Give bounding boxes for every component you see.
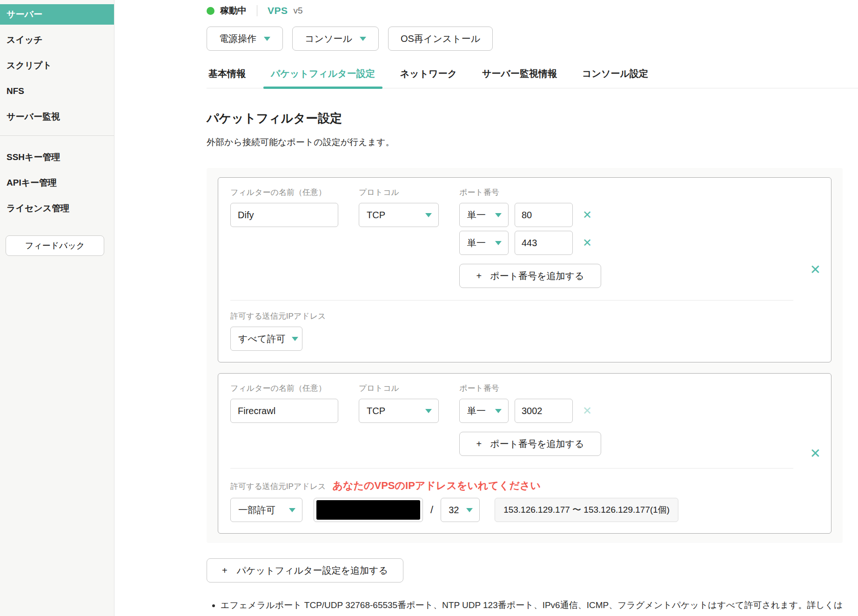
main-content: 稼動中 VPS v5 電源操作 コンソール OS再インストール 基本情報 パケッ… [114, 0, 858, 616]
chevron-down-icon [292, 337, 298, 341]
sidebar-item-ssh-keys[interactable]: SSHキー管理 [0, 147, 114, 167]
protocol-label: プロトコル [359, 383, 439, 394]
cidr-slash: / [430, 504, 433, 516]
chevron-down-icon [466, 508, 473, 512]
source-ip-label: 許可する送信元IPアドレス [230, 481, 326, 492]
card-divider [230, 468, 793, 469]
port-row: 単一 ✕ [459, 203, 819, 227]
tab-server-monitoring-info[interactable]: サーバー監視情報 [480, 67, 559, 88]
status-separator [257, 5, 257, 16]
sidebar-item-script[interactable]: スクリプト [0, 55, 114, 76]
remove-port-icon[interactable]: ✕ [583, 209, 592, 221]
source-ip-input[interactable] [314, 498, 423, 522]
note-list: エフェメラルポート TCP/UDP 32768-65535番ポート、NTP UD… [221, 596, 844, 616]
sidebar-item-server-monitoring[interactable]: サーバー監視 [0, 107, 114, 127]
status-running-icon [207, 7, 214, 15]
status-label: 稼動中 [220, 5, 247, 17]
plus-icon: + [476, 271, 482, 281]
chevron-down-icon [425, 213, 432, 217]
filter-name-label: フィルターの名前（任意） [230, 187, 338, 198]
chevron-down-icon [360, 37, 366, 41]
filter-card-dify: フィルターの名前（任意） プロトコル TCP ポート番号 単一 [218, 177, 831, 362]
feedback-button[interactable]: フィードバック [6, 235, 104, 256]
protocol-select[interactable]: TCP [359, 203, 439, 227]
remove-port-icon-disabled: ✕ [583, 405, 592, 416]
add-filter-button[interactable]: + パケットフィルター設定を追加する [207, 558, 403, 583]
tab-basic-info[interactable]: 基本情報 [207, 67, 248, 88]
sidebar: サーバー スイッチ スクリプト NFS サーバー監視 SSHキー管理 APIキー… [0, 0, 114, 616]
port-mode-select[interactable]: 単一 [459, 399, 509, 423]
source-mode-select[interactable]: 一部許可 [230, 498, 302, 522]
chevron-down-icon [495, 241, 502, 245]
tab-bar: 基本情報 パケットフィルター設定 ネットワーク サーバー監視情報 コンソール設定 [207, 67, 858, 88]
source-ip-label: 許可する送信元IPアドレス [230, 311, 326, 321]
product-version: v5 [294, 6, 303, 16]
filter-name-input[interactable] [230, 399, 338, 423]
ephemeral-port-note: エフェメラルポート TCP/UDP 32768-65535番ポート、NTP UD… [221, 596, 844, 616]
remove-filter-icon[interactable]: ✕ [810, 263, 821, 276]
remove-port-icon[interactable]: ✕ [583, 237, 592, 248]
filter-card-firecrawl: フィルターの名前（任意） プロトコル TCP ポート番号 単一 [218, 373, 831, 534]
chevron-down-icon [264, 37, 270, 41]
sidebar-divider [0, 135, 114, 136]
plus-icon: + [476, 439, 482, 449]
add-port-button[interactable]: + ポート番号を追加する [459, 264, 601, 288]
sidebar-item-server[interactable]: サーバー [0, 4, 114, 25]
chevron-down-icon [289, 508, 295, 512]
sidebar-item-switch[interactable]: スイッチ [0, 30, 114, 50]
os-reinstall-button[interactable]: OS再インストール [388, 27, 493, 51]
port-number-input[interactable] [515, 203, 573, 227]
redacted-value [316, 500, 420, 520]
product-name: VPS [268, 5, 288, 16]
filter-name-input[interactable] [230, 203, 338, 227]
chevron-down-icon [495, 213, 502, 217]
sidebar-item-api-keys[interactable]: APIキー管理 [0, 173, 114, 193]
cidr-select[interactable]: 32 [441, 498, 480, 522]
source-mode-select[interactable]: すべて許可 [230, 327, 302, 351]
ip-range-readout: 153.126.129.177 〜 153.126.129.177(1個) [495, 498, 678, 522]
port-row: 単一 ✕ [459, 231, 819, 255]
tab-console-settings[interactable]: コンソール設定 [580, 67, 650, 88]
port-label: ポート番号 [459, 383, 819, 394]
packet-filter-list: フィルターの名前（任意） プロトコル TCP ポート番号 単一 [207, 168, 843, 543]
page-title: パケットフィルター設定 [207, 110, 858, 127]
port-number-input[interactable] [515, 399, 573, 423]
sidebar-item-nfs[interactable]: NFS [0, 81, 114, 101]
filter-name-label: フィルターの名前（任意） [230, 383, 338, 394]
port-mode-select[interactable]: 単一 [459, 203, 509, 227]
chevron-down-icon [495, 409, 502, 413]
console-button[interactable]: コンソール [292, 27, 379, 51]
sidebar-item-license[interactable]: ライセンス管理 [0, 198, 114, 219]
tab-network[interactable]: ネットワーク [398, 67, 459, 88]
port-number-input[interactable] [515, 231, 573, 255]
chevron-down-icon [425, 409, 432, 413]
server-status-row: 稼動中 VPS v5 [207, 5, 858, 17]
protocol-label: プロトコル [359, 187, 439, 198]
page-description: 外部から接続可能なポートの設定が行えます。 [207, 136, 858, 148]
tab-packet-filter[interactable]: パケットフィルター設定 [269, 67, 377, 88]
card-divider [230, 300, 793, 301]
power-operation-button[interactable]: 電源操作 [207, 27, 283, 51]
remove-filter-icon[interactable]: ✕ [810, 447, 821, 460]
protocol-select[interactable]: TCP [359, 399, 439, 423]
port-row: 単一 ✕ [459, 399, 819, 423]
add-port-button[interactable]: + ポート番号を追加する [459, 432, 601, 456]
port-label: ポート番号 [459, 187, 819, 198]
vps-ip-annotation: あなたのVPSのIPアドレスをいれてください [332, 479, 541, 493]
plus-icon: + [222, 565, 228, 576]
port-mode-select[interactable]: 単一 [459, 231, 509, 255]
action-button-row: 電源操作 コンソール OS再インストール [207, 27, 858, 51]
